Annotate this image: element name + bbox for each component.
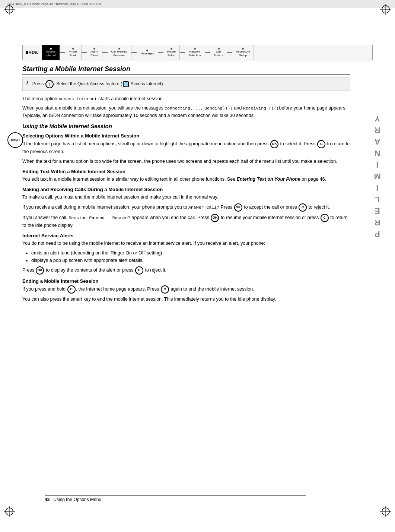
nav-separator-2	[82, 52, 87, 53]
nav-label-network-selection: NetworkSelection	[189, 50, 201, 57]
subsection-3-para-1: To make a call, you must end the mobile …	[22, 194, 350, 201]
subsection-1-para-1: If the Internet page has a list of menu …	[22, 140, 350, 155]
subsection-4-intro: You do not need to be using the mobile i…	[22, 240, 350, 247]
c-button-2[interactable]: C	[299, 203, 307, 212]
nav-item-messages[interactable]: Messages	[137, 45, 158, 60]
nav-dot	[93, 48, 95, 50]
c-button-1[interactable]: C	[317, 140, 325, 148]
paragraph-1: The menu option Access Internet starts a…	[22, 95, 350, 102]
subsection-4-outro: Press OK to display the contents of the …	[22, 266, 350, 275]
nav-label-access-internet: AccessInternet	[46, 50, 56, 57]
nav-separator-7	[205, 52, 210, 53]
preliminary-bar: PRELIMINARY	[367, 45, 388, 305]
main-content: Starting a Mobile Internet Session i Pre…	[22, 65, 350, 510]
subsection-1-para-2: When the text for a menu option is too w…	[22, 158, 350, 165]
nav-label-alarm-clock: AlarmClock	[90, 50, 98, 57]
code-access-internet: Access Internet	[58, 96, 97, 101]
subsection-title-selecting-options: Selecting Options Within a Mobile Intern…	[22, 133, 350, 139]
file-info-bar: (A5) Book_8J51.book Page 43 Thursday, Ma…	[0, 0, 395, 8]
nav-label-phone-book: PhoneBook	[69, 50, 77, 57]
nav-item-network-selection[interactable]: NetworkSelection	[185, 45, 205, 60]
nav-label-messages: Messages	[140, 52, 154, 56]
section-title-using-mobile: Using the Mobile Internet Session	[22, 123, 350, 129]
code-answer-call: Answer Call?	[188, 205, 219, 210]
nav-item-accessory-setup[interactable]: AccessorySetup	[232, 45, 254, 60]
nav-separator-6	[180, 52, 185, 53]
page-number: 43	[45, 497, 50, 502]
nav-dot	[194, 48, 196, 50]
instruction-row: i Press ↑. Select the Quick Access featu…	[22, 77, 350, 91]
subsection-5-para-1: If you press and hold C, the Internet ho…	[22, 285, 350, 294]
nav-label-call-meters: CallMeters	[214, 50, 223, 57]
nav-dot	[118, 48, 120, 50]
c-button-5[interactable]: C	[67, 285, 76, 294]
bullet-1: emits an alert tone (depending on the 'R…	[31, 249, 350, 257]
paragraph-2: When you start a mobile internet session…	[22, 105, 350, 119]
code-receiving: Receiving ((((	[243, 106, 279, 111]
subsection-title-editing-text: Editing Text Within a Mobile Internet Se…	[22, 169, 350, 174]
nav-item-alarm-clock[interactable]: AlarmClock	[87, 45, 102, 60]
nav-separator-1	[60, 52, 65, 53]
subsection-3-para-3: If you answer the call, Session Paused -…	[22, 214, 350, 229]
preliminary-text: PRELIMINARY	[373, 112, 382, 239]
code-sending: Sending))))	[204, 106, 233, 111]
corner-mark-tr	[380, 4, 391, 15]
menu-label-text: MENU	[29, 51, 39, 54]
nav-item-phone-setup[interactable]: PhoneSetup	[163, 45, 180, 60]
corner-mark-tl	[4, 4, 15, 15]
corner-mark-bl	[4, 506, 15, 517]
subsection-4-bullets: emits an alert tone (depending on the 'R…	[31, 249, 350, 264]
nav-separator-8	[227, 52, 232, 53]
up-button[interactable]: ↑	[45, 80, 54, 88]
nav-item-access-internet[interactable]: AccessInternet	[42, 45, 60, 60]
code-connecting: Connecting....,	[165, 106, 203, 111]
c-button-4[interactable]: C	[135, 266, 143, 275]
ok-button-1[interactable]: OK	[270, 140, 278, 148]
nav-separator-5	[158, 52, 163, 53]
nav-label-call-related-features: Call RelatedFeatures	[111, 50, 128, 57]
page-footer: 43 Using the Options Menu	[45, 495, 306, 502]
menu-label: MENU	[23, 45, 42, 60]
nav-item-call-related-features[interactable]: Call RelatedFeatures	[108, 45, 132, 60]
nav-separator-3	[102, 52, 108, 53]
menu-circle-button[interactable]: MENU	[7, 132, 23, 148]
subsection-2-para-1: You edit text in a mobile internet sessi…	[22, 176, 350, 183]
page-title: Starting a Mobile Internet Session	[22, 65, 350, 75]
code-session-paused: Session Paused - Resume?	[69, 215, 130, 220]
internet-icon: 🌐	[123, 81, 129, 87]
instruction-text: Press ↑. Select the Quick Access feature…	[32, 80, 164, 88]
ok-button-3[interactable]: OK	[211, 214, 219, 222]
nav-item-call-meters[interactable]: CallMeters	[210, 45, 227, 60]
instruction-label: i	[26, 80, 28, 86]
nav-dot	[72, 48, 74, 50]
nav-dot	[171, 48, 172, 50]
nav-separator-4	[131, 52, 137, 53]
bullet-2: displays a pop up screen with appropriat…	[31, 257, 350, 264]
c-button-3[interactable]: C	[321, 214, 329, 222]
ok-button-4[interactable]: OK	[36, 266, 44, 275]
file-info-text: (A5) Book_8J51.book Page 43 Thursday, Ma…	[7, 2, 101, 6]
subsection-title-making-calls: Making and Receiving Calls During a Mobi…	[22, 187, 350, 192]
nav-item-phone-book[interactable]: PhoneBook	[65, 45, 82, 60]
footer-text: Using the Options Menu	[53, 497, 101, 502]
entering-text-reference: Entering Text on Your Phone	[237, 177, 300, 182]
c-button-6[interactable]: C	[161, 285, 169, 294]
nav-dot	[242, 48, 244, 50]
menu-navigation: MENU AccessInternet PhoneBook AlarmClock…	[22, 45, 373, 60]
nav-dot	[218, 48, 220, 50]
subsection-title-internet-alerts: Internet Service Alerts	[22, 233, 350, 238]
subsection-title-ending-session: Ending a Mobile Internet Session	[22, 278, 350, 284]
menu-icon	[26, 51, 28, 54]
subsection-5-para-2: You can also press the smart key to end …	[22, 296, 350, 303]
subsection-3-para-2: If you receive a call during a mobile in…	[22, 203, 350, 212]
menu-circle-label: MENU	[11, 139, 20, 142]
ok-button-2[interactable]: OK	[234, 203, 242, 212]
nav-label-phone-setup: PhoneSetup	[167, 50, 176, 57]
nav-label-accessory-setup: AccessorySetup	[236, 50, 250, 57]
corner-mark-br	[380, 506, 391, 517]
nav-dot	[146, 50, 148, 51]
nav-dot	[50, 48, 52, 50]
